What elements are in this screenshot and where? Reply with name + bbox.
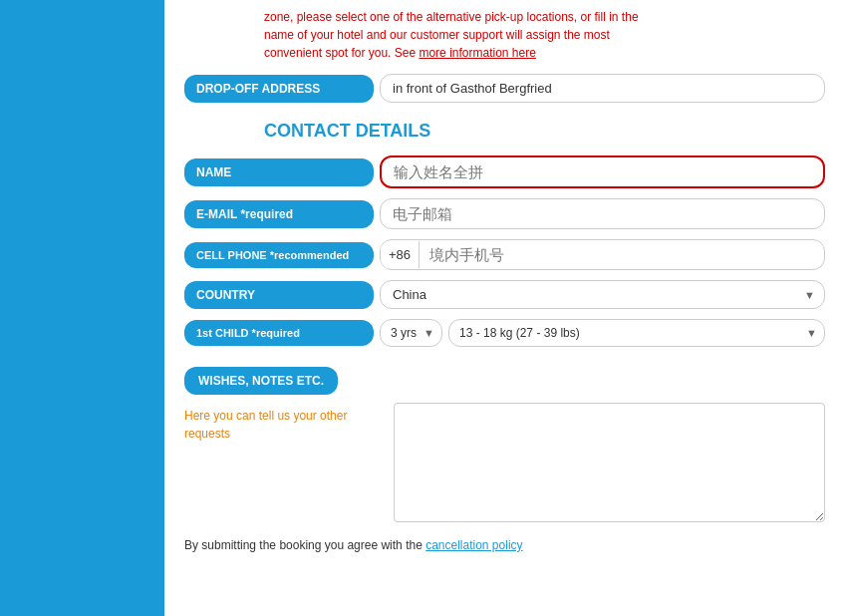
- country-select-wrapper: China United States Germany France Japan…: [380, 280, 825, 309]
- main-content: zone, please select one of the alternati…: [164, 0, 845, 616]
- child-weight-select[interactable]: 9 - 18 kg (20 - 40 lbs) 13 - 18 kg (27 -…: [448, 319, 825, 347]
- email-label: E-MAIL *required: [184, 200, 374, 228]
- name-row: NAME: [184, 155, 825, 188]
- dropoff-value: in front of Gasthof Bergfried: [380, 74, 825, 103]
- email-input-wrapper: [380, 198, 825, 229]
- child-weight-wrapper: 9 - 18 kg (20 - 40 lbs) 13 - 18 kg (27 -…: [448, 319, 825, 347]
- left-sidebar: [0, 0, 164, 616]
- phone-prefix: +86: [381, 241, 420, 268]
- cell-phone-row: CELL PHONE *recommended +86: [184, 239, 825, 270]
- wishes-section: WISHES, NOTES ETC. Here you can tell us …: [184, 367, 825, 522]
- bottom-note: By submitting the booking you agree with…: [184, 538, 825, 552]
- child-selects: 1 yr 2 yrs 3 yrs 4 yrs 5 yrs 6 yrs ▼ 9 -…: [380, 319, 825, 347]
- name-input[interactable]: [380, 155, 825, 188]
- notice-text: zone, please select one of the alternati…: [264, 0, 663, 74]
- country-row: COUNTRY China United States Germany Fran…: [184, 280, 825, 309]
- wishes-textarea[interactable]: [394, 403, 825, 522]
- name-input-wrapper: [380, 155, 825, 188]
- wishes-header: WISHES, NOTES ETC.: [184, 367, 338, 395]
- wishes-body: Here you can tell us your other requests: [184, 403, 825, 522]
- name-label: NAME: [184, 158, 374, 186]
- dropoff-label: DROP-OFF ADDRESS: [184, 75, 374, 103]
- cell-phone-label: CELL PHONE *recommended: [184, 242, 374, 268]
- dropoff-row: DROP-OFF ADDRESS in front of Gasthof Ber…: [184, 74, 825, 103]
- phone-input[interactable]: [420, 240, 824, 269]
- country-label: COUNTRY: [184, 281, 374, 309]
- first-child-label: 1st CHILD *required: [184, 320, 374, 346]
- phone-container: +86: [380, 239, 825, 270]
- country-select[interactable]: China United States Germany France Japan: [380, 280, 825, 309]
- email-input[interactable]: [380, 198, 825, 229]
- more-info-link[interactable]: more information here: [419, 46, 535, 60]
- email-row: E-MAIL *required: [184, 198, 825, 229]
- bottom-text: By submitting the booking you agree with…: [184, 538, 422, 552]
- first-child-row: 1st CHILD *required 1 yr 2 yrs 3 yrs 4 y…: [184, 319, 825, 347]
- cancellation-policy-link[interactable]: cancellation policy: [425, 538, 522, 552]
- contact-details-title: CONTACT DETAILS: [264, 121, 825, 142]
- child-age-select[interactable]: 1 yr 2 yrs 3 yrs 4 yrs 5 yrs 6 yrs: [380, 319, 442, 347]
- child-age-wrapper: 1 yr 2 yrs 3 yrs 4 yrs 5 yrs 6 yrs ▼: [380, 319, 442, 347]
- wishes-hint: Here you can tell us your other requests: [184, 403, 384, 522]
